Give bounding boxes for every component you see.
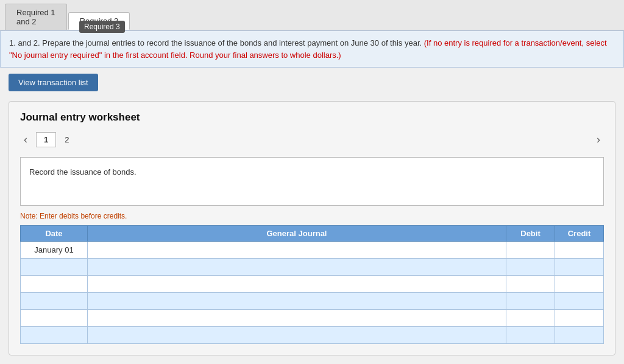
table-row-debit-0[interactable] <box>506 242 555 259</box>
col-header-credit: Credit <box>555 226 604 242</box>
table-row-credit-0[interactable] <box>555 242 604 259</box>
table-row-journal-1[interactable] <box>88 259 506 276</box>
record-note-box: Record the issuance of bonds. <box>20 157 604 206</box>
note-label: Note: Enter debits before credits. <box>20 212 604 220</box>
page-2-label[interactable]: 2 <box>61 133 73 147</box>
col-header-general-journal: General Journal <box>88 226 506 242</box>
table-row-date-0: January 01 <box>21 242 88 259</box>
table-row-credit-4[interactable] <box>555 310 604 327</box>
table-row-date-3 <box>21 293 88 310</box>
page-1-box[interactable]: 1 <box>36 132 56 147</box>
table-row-debit-2[interactable] <box>506 276 555 293</box>
table-row-journal-3[interactable] <box>88 293 506 310</box>
next-page-arrow[interactable]: › <box>593 132 604 147</box>
col-header-date: Date <box>21 226 88 242</box>
info-banner: 1. and 2. Prepare the journal entries to… <box>0 30 624 68</box>
worksheet-card: Journal entry worksheet ‹ 1 2 › Record t… <box>9 101 615 355</box>
table-row-journal-5[interactable] <box>88 327 506 344</box>
table-row-credit-5[interactable] <box>555 327 604 344</box>
tab-required-1-2[interactable]: Required 1 and 2 <box>5 4 67 30</box>
table-row-debit-4[interactable] <box>506 310 555 327</box>
table-row-debit-1[interactable] <box>506 259 555 276</box>
view-transaction-button[interactable]: View transaction list <box>9 74 98 91</box>
table-row-journal-0[interactable] <box>88 242 506 259</box>
table-row-journal-4[interactable] <box>88 310 506 327</box>
table-row-date-1 <box>21 259 88 276</box>
journal-table: Date General Journal Debit Credit Januar… <box>20 225 604 344</box>
worksheet-title: Journal entry worksheet <box>20 111 604 124</box>
prev-page-arrow[interactable]: ‹ <box>20 132 31 147</box>
col-header-debit: Debit <box>506 226 555 242</box>
table-row-debit-5[interactable] <box>506 327 555 344</box>
page-nav: ‹ 1 2 › <box>20 132 604 147</box>
table-row-date-5 <box>21 327 88 344</box>
table-row-date-2 <box>21 276 88 293</box>
table-row-debit-3[interactable] <box>506 293 555 310</box>
table-row-journal-2[interactable] <box>88 276 506 293</box>
table-row-credit-3[interactable] <box>555 293 604 310</box>
tabs-bar: Required 1 and 2 Required 3 Required 3 <box>0 0 624 30</box>
table-row-credit-2[interactable] <box>555 276 604 293</box>
table-row-credit-1[interactable] <box>555 259 604 276</box>
tooltip: Required 3 <box>79 21 125 33</box>
table-row-date-4 <box>21 310 88 327</box>
